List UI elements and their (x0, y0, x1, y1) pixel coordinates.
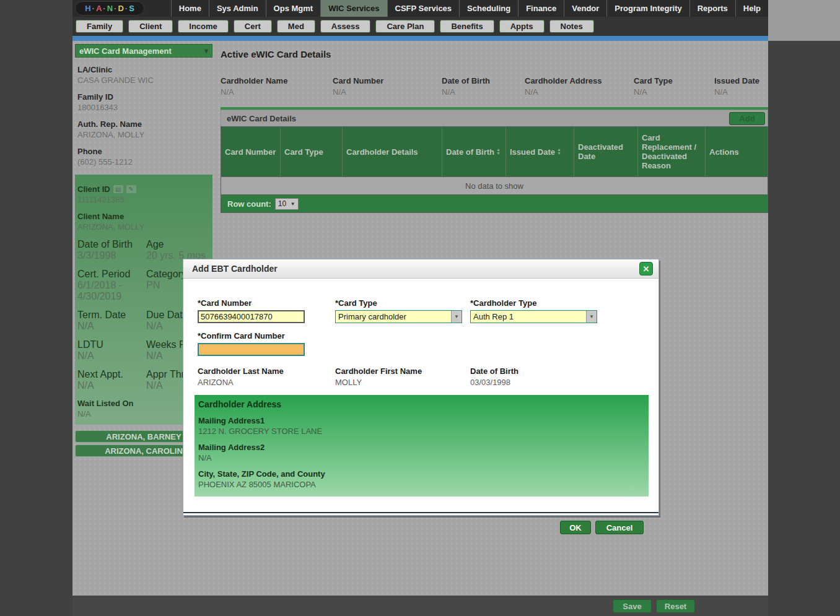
nav-item-sys-admin[interactable]: Sys Admin (209, 0, 266, 17)
nav-item-ops-mgmt[interactable]: Ops Mgmt (266, 0, 321, 17)
ewic-card-details-panel: eWIC Card Details Add Card Number Card T… (221, 107, 768, 213)
ok-button[interactable]: OK (560, 521, 591, 534)
mailing-address1: Mailing Address1 1212 N. GROCERY STORE L… (198, 416, 649, 436)
city-state-zip-county: City, State, ZIP Code, and County PHOENI… (198, 469, 649, 489)
tab-appts[interactable]: Appts (499, 20, 545, 33)
dialog-field-row: *Confirm Card Number (198, 331, 658, 356)
summary-label: Issued Date (714, 76, 766, 85)
logo-letter: H (85, 4, 95, 13)
footer-band: Save Reset (72, 596, 768, 616)
nav-item-finance[interactable]: Finance (518, 0, 564, 17)
nav-item-vendor[interactable]: Vendor (564, 0, 606, 17)
field-value: N/A (198, 453, 649, 462)
nav-item-csfp-services[interactable]: CSFP Services (387, 0, 460, 17)
field-label: *Confirm Card Number (198, 331, 335, 341)
nav-item-wic-services[interactable]: WIC Services (320, 0, 387, 17)
card-table: Card Number Card Type Cardholder Details… (221, 126, 768, 213)
nav-item-reports[interactable]: Reports (689, 0, 735, 17)
selected-value: Auth Rep 1 (471, 311, 586, 323)
save-button[interactable]: Save (613, 599, 652, 613)
field-label: Phone (77, 147, 210, 156)
field-la-clinic: LA/Clinic CASA GRANDE WIC (77, 65, 210, 85)
cardholder-info-row: Cardholder Last Name ARIZONA Cardholder … (198, 367, 658, 387)
field-pair-row: Date of Birth 3/3/1998 Age 20 yrs, 5 mos (77, 239, 210, 261)
field-value: N/A (77, 321, 142, 332)
mailing-address2: Mailing Address2 N/A (198, 443, 649, 462)
main-panel: Active eWIC Card Details Cardholder Name… (221, 49, 768, 213)
field-value: 180016343 (77, 103, 210, 112)
tab-client[interactable]: Client (128, 20, 173, 33)
nav-item-help[interactable]: Help (735, 0, 768, 17)
panel-title: eWIC Card Details (227, 114, 296, 123)
nav-item-program-integrity[interactable]: Program Integrity (606, 0, 689, 17)
field-value: 03/03/1998 (470, 378, 609, 387)
edit-icon[interactable]: ✎ (126, 185, 136, 193)
chevron-down-icon: ▼ (291, 201, 295, 207)
column-header-deactivated-date[interactable]: Deactivated Date (574, 127, 637, 176)
tab-benefits[interactable]: Benefits (440, 20, 494, 33)
tab-notes[interactable]: Notes (549, 20, 594, 33)
summary-card-type: Card Type N/A (634, 76, 714, 97)
logo-letter: N (107, 4, 117, 13)
column-header-issued-date[interactable]: Issued Date ▲▼ (505, 127, 574, 176)
row-count-select[interactable]: 10 ▼ (275, 198, 299, 210)
reset-button[interactable]: Reset (656, 599, 695, 613)
column-header-date-of-birth[interactable]: Date of Birth ▲▼ (442, 127, 505, 176)
cardholder-type-group: *Cardholder Type Auth Rep 1 ▼ (470, 298, 609, 323)
cardholder-type-select[interactable]: Auth Rep 1 ▼ (470, 310, 597, 323)
dialog-field-row: *Card Number *Card Type Primary cardhold… (198, 298, 658, 323)
column-header-card-type[interactable]: Card Type (280, 127, 342, 176)
column-label: Issued Date (510, 147, 555, 157)
tab-cert[interactable]: Cert (234, 20, 272, 33)
field-label: LDTU (77, 339, 142, 350)
tab-care-plan[interactable]: Care Plan (375, 20, 435, 33)
summary-card-number: Card Number N/A (333, 76, 442, 97)
nav-item-home[interactable]: Home (171, 0, 209, 17)
table-footer: Row count: 10 ▼ (221, 194, 768, 212)
summary-cardholder-address: Cardholder Address N/A (525, 76, 634, 97)
summary-value: N/A (714, 87, 766, 97)
summary-issued-date: Issued Date N/A (714, 76, 766, 97)
summary-label: Cardholder Name (221, 76, 333, 85)
field-value: 3/3/1998 (77, 250, 142, 261)
column-header-cardholder-details[interactable]: Cardholder Details (342, 127, 442, 176)
sort-icon[interactable]: ▲▼ (496, 148, 501, 155)
tab-family[interactable]: Family (76, 20, 123, 33)
field-label: City, State, ZIP Code, and County (198, 469, 649, 479)
add-ebt-cardholder-dialog: Add EBT Cardholder ✕ *Card Number *Card … (183, 259, 659, 516)
tab-income[interactable]: Income (178, 20, 229, 33)
field-client-name: Client Name ARIZONA, MOLLY (77, 212, 210, 232)
card-icon[interactable]: ▤ (113, 185, 123, 193)
sidebar-section-header[interactable]: eWIC Card Management ▾ (75, 44, 212, 58)
sort-icon[interactable]: ▲▼ (557, 148, 561, 155)
app-window: H A N D S Home Sys Admin Ops Mgmt WIC Se… (72, 0, 768, 616)
card-number-input[interactable] (198, 310, 305, 323)
dialog-header[interactable]: Add EBT Cardholder ✕ (183, 259, 658, 279)
cancel-button[interactable]: Cancel (595, 521, 644, 534)
tab-med[interactable]: Med (277, 20, 315, 33)
chevron-down-icon: ▾ (204, 46, 208, 55)
column-header-actions: Actions (705, 127, 768, 176)
cardholder-first-name: Cardholder First Name MOLLY (335, 367, 470, 387)
screen: H A N D S Home Sys Admin Ops Mgmt WIC Se… (0, 0, 840, 616)
field-client-id: Client ID ▤ ✎ 11111421385 (77, 184, 210, 204)
cardholder-address-panel: Cardholder Address Mailing Address1 1212… (195, 395, 649, 497)
chevron-down-icon[interactable]: ▼ (586, 311, 597, 323)
tab-assess[interactable]: Assess (320, 20, 371, 33)
empty-table-message: No data to show (221, 176, 768, 194)
sub-tab-bar: Family Client Income Cert Med Assess Car… (72, 17, 768, 36)
close-icon[interactable]: ✕ (639, 262, 653, 275)
family-info: LA/Clinic CASA GRANDE WIC Family ID 1800… (75, 65, 212, 167)
field-value: ARIZONA, MOLLY (77, 130, 210, 139)
column-header-card-number[interactable]: Card Number (221, 127, 280, 176)
active-card-summary: Cardholder Name N/A Card Number N/A Date… (221, 76, 768, 97)
chevron-down-icon[interactable]: ▼ (451, 311, 462, 323)
cardholder-last-name: Cardholder Last Name ARIZONA (198, 367, 335, 387)
confirm-card-number-input[interactable] (198, 343, 305, 356)
column-header-replacement-reason[interactable]: Card Replacement / Deactivated Reason (637, 127, 705, 176)
dialog-buttons: OK Cancel (183, 521, 644, 534)
card-type-select[interactable]: Primary cardholder ▼ (335, 310, 462, 323)
add-card-button[interactable]: Add (729, 112, 765, 125)
field-label: Mailing Address1 (198, 416, 649, 425)
nav-item-scheduling[interactable]: Scheduling (459, 0, 518, 17)
